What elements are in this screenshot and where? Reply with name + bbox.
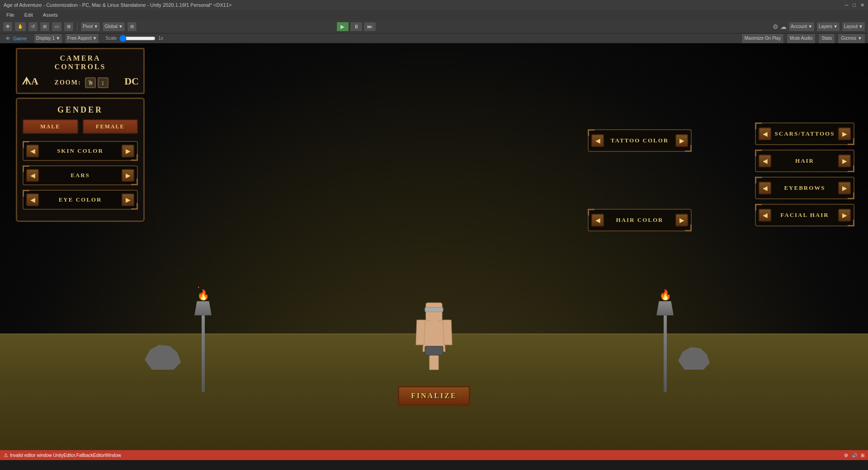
- layers-dropdown[interactable]: Layers ▼: [816, 22, 840, 32]
- hair-next-btn[interactable]: ▶: [838, 155, 851, 167]
- tattoo-color-label: TATTOO COLOR: [604, 137, 675, 144]
- zoom-row: ZOOM: 🖱 ↕: [55, 77, 108, 88]
- play-controls: ▶ ⏸ ⏭: [336, 22, 376, 32]
- facial-hair-row: ◀ FACIAL HAIR ▶: [755, 204, 854, 226]
- scale-value: 1x: [158, 36, 163, 41]
- skin-color-row: ◀ SKIN COLOR ▶: [23, 141, 138, 161]
- skin-color-next-btn[interactable]: ▶: [122, 145, 134, 157]
- torch-left: • 🔥: [194, 289, 212, 392]
- camera-controls-box: CAMERA CONTROLS ᗑA ZOOM: 🖱 ↕ DC: [16, 48, 145, 94]
- secondary-toolbar: 👁 Game Display 1 ▼ Free Aspect ▼ Scale 1…: [0, 33, 868, 43]
- hair-color-row: ◀ HAIR COLOR ▶: [588, 209, 692, 231]
- scale-slider[interactable]: [119, 36, 156, 41]
- eye-color-prev-btn[interactable]: ◀: [26, 193, 39, 206]
- character-model: [411, 279, 457, 379]
- separator-1: [77, 22, 77, 31]
- camera-left-text: ᗑA: [22, 75, 38, 87]
- game-view: • 🔥 🔥 FIN: [0, 43, 868, 460]
- eyebrows-prev-btn[interactable]: ◀: [759, 182, 771, 194]
- account-dropdown[interactable]: Account ▼: [788, 22, 815, 32]
- zoom-label: ZOOM:: [55, 79, 81, 86]
- pivot-dropdown[interactable]: Pivot ▼: [80, 22, 100, 32]
- rotate-tool-btn[interactable]: ↺: [28, 22, 38, 32]
- skin-color-label: SKIN COLOR: [39, 147, 122, 155]
- ears-next-btn[interactable]: ▶: [122, 169, 134, 182]
- zoom-scroll-icon: 🖱: [85, 77, 96, 88]
- status-icon-1: ⚙: [844, 453, 848, 458]
- menu-assets[interactable]: Assets: [38, 11, 62, 19]
- facial-hair-label: FACIAL HAIR: [771, 212, 838, 219]
- minimize-btn[interactable]: ─: [845, 2, 849, 8]
- pause-btn[interactable]: ⏸: [350, 22, 363, 32]
- move-tool-btn[interactable]: ✥: [3, 22, 13, 32]
- gender-row: MALE FEMALE: [23, 119, 138, 134]
- scars-tattoos-prev-btn[interactable]: ◀: [759, 127, 771, 140]
- warning-icon: ⚠: [4, 452, 8, 458]
- aspect-dropdown[interactable]: Free Aspect ▼: [65, 33, 99, 43]
- svg-rect-5: [425, 346, 443, 355]
- mute-audio-btn[interactable]: Mute Audio: [787, 33, 816, 43]
- right-panel-left: ◀ TATTOO COLOR ▶ ◀ HAIR COLOR ▶: [588, 129, 692, 231]
- gender-label: GENDER: [23, 105, 138, 115]
- scars-tattoos-label: SCARS/TATTOOS: [771, 130, 838, 137]
- facial-hair-next-btn[interactable]: ▶: [838, 209, 851, 221]
- svg-marker-4: [443, 320, 452, 345]
- svg-rect-6: [430, 319, 438, 323]
- grid-btn[interactable]: ⊞: [127, 22, 137, 32]
- menu-edit[interactable]: Edit: [20, 11, 38, 19]
- pan-tool-btn[interactable]: ✋: [14, 22, 26, 32]
- hair-row: ◀ HAIR ▶: [755, 150, 854, 172]
- toolbar-right: ⚙ ☁ Account ▼ Layers ▼ Layout ▼: [773, 22, 865, 32]
- eyebrows-row: ◀ EYEBROWS ▶: [755, 177, 854, 199]
- layout-dropdown[interactable]: Layout ▼: [842, 22, 865, 32]
- eye-color-next-btn[interactable]: ▶: [122, 193, 134, 206]
- play-btn[interactable]: ▶: [336, 22, 349, 32]
- ears-label: EARS: [39, 172, 122, 179]
- scars-tattoos-row: ◀ SCARS/TATTOOS ▶: [755, 122, 854, 145]
- collab-icon: ☁: [780, 23, 787, 30]
- stats-btn[interactable]: Stats: [818, 33, 835, 43]
- transform-tool-btn[interactable]: ⊠: [64, 22, 74, 32]
- scale-tool-btn[interactable]: ⊞: [40, 22, 50, 32]
- hair-color-next-btn[interactable]: ▶: [675, 214, 688, 226]
- status-message: Invalid editor window UnityEditor.Fallba…: [10, 453, 121, 458]
- facial-hair-prev-btn[interactable]: ◀: [759, 209, 771, 221]
- ears-prev-btn[interactable]: ◀: [26, 169, 39, 182]
- maximize-on-play-btn[interactable]: Maximize On Play: [741, 33, 784, 43]
- skin-color-prev-btn[interactable]: ◀: [26, 145, 39, 157]
- cloud-icon: ⚙: [773, 23, 778, 30]
- maximize-btn[interactable]: □: [853, 2, 856, 8]
- character-svg: [411, 279, 457, 379]
- status-bar: ⚠ Invalid editor window UnityEditor.Fall…: [0, 450, 868, 460]
- tattoo-color-prev-btn[interactable]: ◀: [591, 134, 604, 147]
- menu-bar: File Edit Assets: [0, 10, 868, 20]
- gizmos-btn[interactable]: Gizmos ▼: [838, 33, 865, 43]
- tattoo-color-row: ◀ TATTOO COLOR ▶: [588, 129, 692, 152]
- scars-tattoos-next-btn[interactable]: ▶: [838, 127, 851, 140]
- game-icon: 👁: [5, 36, 10, 41]
- hair-prev-btn[interactable]: ◀: [759, 155, 771, 167]
- svg-rect-2: [425, 307, 443, 312]
- male-button[interactable]: MALE: [23, 119, 78, 134]
- hair-color-prev-btn[interactable]: ◀: [591, 214, 604, 226]
- title-bar: Age of Adventure - Customization - PC, M…: [0, 0, 868, 10]
- female-button[interactable]: FEMALE: [83, 119, 138, 134]
- display-dropdown[interactable]: Display 1 ▼: [34, 33, 62, 43]
- close-btn[interactable]: ✕: [860, 2, 864, 8]
- eye-color-label: EYE COLOR: [39, 196, 122, 203]
- tattoo-color-next-btn[interactable]: ▶: [675, 134, 688, 147]
- svg-marker-0: [423, 320, 445, 370]
- step-btn[interactable]: ⏭: [363, 22, 376, 32]
- rect-tool-btn[interactable]: ▭: [52, 22, 62, 32]
- finalize-button[interactable]: FINALIZE: [398, 386, 470, 406]
- eyebrows-next-btn[interactable]: ▶: [838, 182, 851, 194]
- title-text: Age of Adventure - Customization - PC, M…: [4, 2, 231, 8]
- global-dropdown[interactable]: Global ▼: [102, 22, 125, 32]
- menu-file[interactable]: File: [2, 11, 19, 19]
- main-toolbar: ✥ ✋ ↺ ⊞ ▭ ⊠ Pivot ▼ Global ▼ ⊞ ▶ ⏸ ⏭ ⚙ ☁…: [0, 20, 868, 33]
- svg-marker-3: [416, 320, 425, 345]
- game-tab-label[interactable]: 👁 Game: [3, 36, 29, 41]
- hair-color-label: HAIR COLOR: [604, 216, 675, 224]
- torch-right: 🔥: [656, 289, 674, 392]
- camera-title: CAMERA CONTROLS: [22, 54, 139, 71]
